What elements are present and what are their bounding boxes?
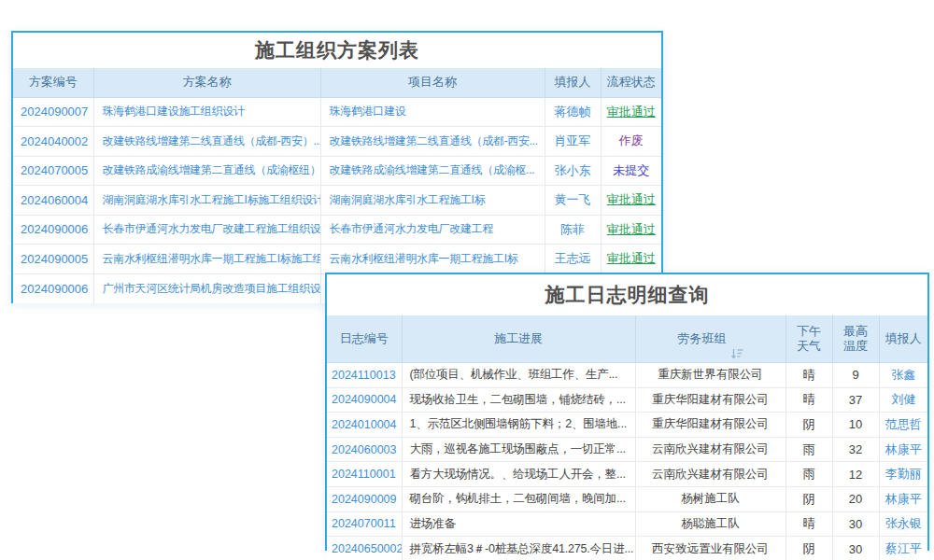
weather-value: 晴: [785, 363, 832, 388]
project-name-link[interactable]: 改建铁路成渝线增建第二直通线（成渝枢...: [320, 156, 545, 186]
temp-value: 10: [832, 413, 879, 438]
plan-name-link[interactable]: 长春市伊通河水力发电厂改建工程施工组织设计: [93, 215, 320, 245]
project-name-link[interactable]: 长春市伊通河水力发电厂改建工程: [320, 215, 545, 245]
plan-id-link[interactable]: 2024090006: [13, 215, 93, 245]
log-id-link[interactable]: 2024090009: [327, 486, 402, 511]
table-row: 2024110001 看方大现场情况。、给现场工人开会，整... 云南欣兴建材有…: [327, 462, 927, 487]
column-header-plan-id: 方案编号: [13, 68, 93, 97]
temp-value: 12: [832, 462, 879, 487]
column-header-project-name: 项目名称: [320, 68, 545, 97]
reporter-link[interactable]: 张鑫: [879, 363, 927, 388]
status-badge[interactable]: 审批通过: [601, 186, 661, 216]
table-row: 2024110013 (部位项目、机械作业、班组工作、生产... 重庆新世界有限…: [327, 363, 927, 388]
plan-id-link[interactable]: 2024040002: [13, 127, 93, 157]
plan-name-link[interactable]: 改建铁路线增建第二线直通线（成都-西安）...: [93, 127, 320, 157]
temp-value: 32: [832, 437, 879, 462]
team-name: 重庆华阳建材有限公司: [635, 387, 785, 413]
plan-id-link[interactable]: 2024090006: [13, 273, 93, 303]
reporter-link[interactable]: 蔡江平: [879, 537, 927, 560]
progress-text: (部位项目、机械作业、班组工作、生产...: [402, 363, 635, 388]
temp-value: 37: [832, 387, 879, 413]
status-badge[interactable]: 审批通过: [601, 245, 661, 274]
reporter-link[interactable]: 林康平: [879, 486, 927, 511]
log-id-link[interactable]: 2024070011: [327, 511, 402, 537]
plan-list-table: 方案编号 方案名称 项目名称 填报人 流程状态 2024090007 珠海鹤港口…: [13, 68, 661, 303]
table-row: 2024090007 珠海鹤港口建设施工组织设计 珠海鹤港口建设 蒋德帧 审批通…: [13, 97, 661, 127]
status-badge[interactable]: 审批通过: [601, 215, 661, 245]
reporter-link[interactable]: 张永银: [879, 511, 927, 537]
plan-name-link[interactable]: 湖南洞庭湖水库引水工程施工I标施工组织设计: [93, 186, 320, 216]
reporter-link[interactable]: 王志远: [545, 245, 601, 274]
reporter-link[interactable]: 蒋德帧: [545, 97, 601, 127]
weather-value: 阴: [785, 486, 832, 511]
reporter-link[interactable]: 肖亚军: [545, 127, 601, 157]
log-id-link[interactable]: 2024110001: [327, 462, 402, 487]
progress-text: 砌台阶，钩机排土，二包砌间墙，晚间加...: [402, 486, 635, 511]
table-row: 2024040002 改建铁路线增建第二线直通线（成都-西安）... 改建铁路线…: [13, 127, 661, 157]
temp-value: 30: [832, 511, 879, 537]
progress-text: 现场收拾卫生，二包砌围墙，铺烧结砖，...: [402, 387, 635, 413]
plan-id-link[interactable]: 2024090005: [13, 245, 93, 274]
sort-descending-icon[interactable]: [731, 333, 743, 344]
progress-text: 大雨，巡视各施工现场围蔽点，一切正常...: [402, 437, 635, 462]
reporter-link[interactable]: 张小东: [545, 156, 601, 186]
plan-id-link[interactable]: 2024070005: [13, 156, 93, 186]
column-header-reporter: 填报人: [879, 315, 927, 363]
status-badge[interactable]: 审批通过: [601, 97, 661, 127]
column-header-status: 流程状态: [601, 68, 661, 97]
status-badge: 作废: [601, 127, 661, 157]
table-row: 2024090006 长春市伊通河水力发电厂改建工程施工组织设计 长春市伊通河水…: [13, 215, 661, 245]
log-id-link[interactable]: 2024090004: [327, 387, 402, 413]
table-row: 20240650002 拼宽桥左幅3＃-0桩基总深度41.275.今日进... …: [327, 537, 927, 560]
log-id-link[interactable]: 2024060003: [327, 437, 402, 462]
plan-list-title: 施工组织方案列表: [13, 33, 661, 68]
log-query-window: 施工日志明细查询 日志编号 施工进展 劳务班组: [325, 273, 929, 551]
team-name: 杨树施工队: [635, 486, 785, 511]
table-row: 2024060003 大雨，巡视各施工现场围蔽点，一切正常... 云南欣兴建材有…: [327, 437, 927, 462]
team-name: 西安致远置业有限公司: [635, 537, 785, 560]
column-header-max-temp: 最高 温度: [832, 315, 879, 363]
reporter-link[interactable]: 陈菲: [545, 215, 601, 245]
column-header-team[interactable]: 劳务班组: [635, 315, 785, 363]
log-id-link[interactable]: 2024010004: [327, 413, 402, 438]
team-name: 云南欣兴建材有限公司: [635, 437, 785, 462]
weather-value: 阴: [785, 537, 832, 560]
plan-name-link[interactable]: 广州市天河区统计局机房改造项目施工组织设计: [93, 273, 320, 303]
plan-name-link[interactable]: 云南水利枢纽潜明水库一期工程施工I标施工组...: [93, 245, 320, 274]
reporter-link[interactable]: 李勤丽: [879, 462, 927, 487]
column-header-reporter: 填报人: [545, 68, 601, 97]
team-name: 重庆华阳建材有限公司: [635, 413, 785, 438]
table-row: 2024070011 进场准备 杨聪施工队 晴 30 张永银: [327, 511, 927, 537]
project-name-link[interactable]: 云南水利枢纽潜明水库一期工程施工I标: [320, 245, 545, 274]
log-id-link[interactable]: 2024110013: [327, 363, 402, 388]
temp-value: 9: [832, 363, 879, 388]
team-name: 杨聪施工队: [635, 511, 785, 537]
reporter-link[interactable]: 林康平: [879, 437, 927, 462]
project-name-link[interactable]: 改建铁路线增建第二线直通线（成都-西安...: [320, 127, 545, 157]
temp-value: 30: [832, 537, 879, 560]
project-name-link[interactable]: 湖南洞庭湖水库引水工程施工I标: [320, 186, 545, 216]
temp-value: 20: [832, 486, 879, 511]
plan-list-window: 施工组织方案列表 方案编号 方案名称 项目名称 填报人 流程状态 2024090…: [11, 31, 663, 303]
plan-name-link[interactable]: 珠海鹤港口建设施工组织设计: [93, 97, 320, 127]
plan-name-link[interactable]: 改建铁路成渝线增建第二直通线（成渝枢纽）...: [93, 156, 320, 186]
plan-id-link[interactable]: 2024090007: [13, 97, 93, 127]
progress-text: 进场准备: [402, 511, 635, 537]
project-name-link[interactable]: 珠海鹤港口建设: [320, 97, 545, 127]
plan-list-header-row: 方案编号 方案名称 项目名称 填报人 流程状态: [13, 68, 661, 97]
progress-text: 拼宽桥左幅3＃-0桩基总深度41.275.今日进...: [402, 537, 635, 560]
column-header-weather: 下午 天气: [785, 315, 832, 363]
progress-text: 1、示范区北侧围墙钢筋下料；2、围墙地...: [402, 413, 635, 438]
reporter-link[interactable]: 范思哲: [879, 413, 927, 438]
team-name: 云南欣兴建材有限公司: [635, 462, 785, 487]
log-id-link[interactable]: 20240650002: [327, 537, 402, 560]
weather-value: 雨: [785, 462, 832, 487]
column-header-progress: 施工进展: [402, 315, 635, 363]
reporter-link[interactable]: 刘健: [879, 387, 927, 413]
plan-id-link[interactable]: 2024060004: [13, 186, 93, 216]
weather-value: 雨: [785, 437, 832, 462]
table-row: 2024070005 改建铁路成渝线增建第二直通线（成渝枢纽）... 改建铁路成…: [13, 156, 661, 186]
reporter-link[interactable]: 黄一飞: [545, 186, 601, 216]
progress-text: 看方大现场情况。、给现场工人开会，整...: [402, 462, 635, 487]
status-badge: 未提交: [601, 156, 661, 186]
